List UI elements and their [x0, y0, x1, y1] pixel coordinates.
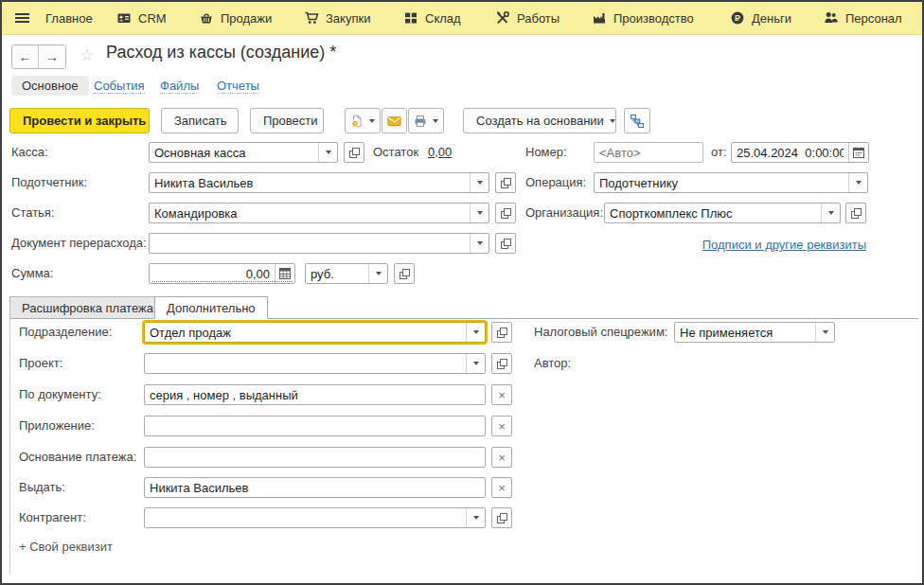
accountable-open-button[interactable] — [495, 172, 516, 193]
forward-button[interactable]: → — [39, 45, 65, 68]
create-based-on-label: Создать на основании — [476, 114, 604, 128]
tax-regime-combo[interactable] — [674, 322, 835, 343]
counterparty-dropdown-icon[interactable] — [466, 508, 485, 527]
kassa-combo[interactable] — [149, 142, 338, 163]
department-combo[interactable] — [144, 322, 486, 343]
posting-document-button[interactable] — [345, 108, 381, 133]
send-mail-button[interactable] — [382, 108, 407, 133]
by-document-clear-button[interactable]: × — [491, 384, 512, 405]
project-open-button[interactable] — [491, 353, 512, 374]
tax-regime-dropdown-icon[interactable] — [815, 323, 834, 342]
tax-regime-input[interactable] — [675, 323, 815, 342]
menubar-section-staff[interactable]: Персонал — [824, 2, 902, 34]
department-input[interactable] — [145, 323, 466, 342]
project-dropdown-icon[interactable] — [466, 354, 485, 373]
write-button[interactable]: Записать — [161, 108, 239, 133]
menubar-section-money[interactable]: Р Деньги — [730, 2, 791, 34]
by-document-input[interactable] — [144, 384, 486, 405]
tab-strip-divider — [9, 318, 918, 319]
date-label: от: — [711, 142, 727, 163]
tab-additional[interactable]: Дополнительно — [154, 296, 268, 319]
tab-main[interactable]: Основное — [11, 76, 89, 96]
menubar-section-purchases[interactable]: Закупки — [304, 2, 370, 34]
date-input[interactable] — [732, 143, 848, 162]
tab-reports[interactable]: Отчеты — [217, 79, 259, 94]
payment-basis-input[interactable] — [144, 447, 486, 468]
currency-dropdown-icon[interactable] — [368, 264, 387, 283]
favorite-star-icon[interactable]: ☆ — [80, 46, 94, 65]
menubar-section-production[interactable]: Производство — [592, 2, 694, 34]
counterparty-label: Контрагент: — [19, 507, 86, 528]
article-open-button[interactable] — [495, 203, 516, 223]
menubar-section-crm[interactable]: CRM — [116, 2, 167, 34]
open-icon — [497, 328, 507, 338]
counterparty-input[interactable] — [145, 508, 466, 527]
amount-input[interactable] — [150, 264, 275, 283]
date-calendar-button[interactable] — [848, 143, 868, 162]
signatures-and-details-link[interactable]: Подписи и другие реквизиты — [702, 238, 866, 252]
attachment-input[interactable] — [144, 416, 486, 436]
project-combo[interactable] — [144, 353, 486, 374]
organization-open-button[interactable] — [845, 203, 866, 223]
structure-of-subordination-button[interactable] — [624, 108, 650, 133]
operation-input[interactable] — [595, 173, 848, 192]
back-button[interactable]: ← — [12, 45, 39, 68]
menubar-section-label: Персонал — [845, 11, 902, 26]
article-dropdown-icon[interactable] — [470, 204, 489, 222]
balance-value-link[interactable]: 0,00 — [428, 142, 452, 163]
counterparty-open-button[interactable] — [491, 507, 512, 528]
issue-to-input[interactable] — [144, 477, 486, 498]
project-input[interactable] — [145, 354, 466, 373]
overspend-document-open-button[interactable] — [495, 233, 516, 254]
menubar-section-works[interactable]: Работы — [495, 2, 560, 34]
kassa-dropdown-icon[interactable] — [318, 143, 337, 162]
department-dropdown-icon[interactable] — [466, 323, 485, 342]
amount-calculator-button[interactable] — [275, 264, 294, 283]
menubar-section-label: Работы — [517, 11, 560, 26]
overspend-document-input[interactable] — [150, 234, 470, 253]
currency-combo[interactable] — [305, 263, 388, 284]
attachment-clear-button[interactable]: × — [491, 416, 512, 436]
operation-dropdown-icon[interactable] — [848, 173, 867, 192]
accountable-combo[interactable] — [149, 172, 489, 193]
department-open-button[interactable] — [491, 322, 512, 343]
tab-files[interactable]: Файлы — [160, 79, 199, 94]
kassa-open-button[interactable] — [344, 142, 364, 163]
kassa-input[interactable] — [150, 143, 318, 162]
article-combo[interactable] — [149, 203, 489, 223]
operation-combo[interactable] — [594, 172, 868, 193]
menubar-section-warehouse[interactable]: Склад — [403, 2, 461, 34]
basket-icon — [199, 10, 214, 26]
article-input[interactable] — [150, 204, 470, 222]
currency-input[interactable] — [306, 264, 368, 283]
post-button[interactable]: Провести — [250, 108, 324, 133]
hamburger-button[interactable] — [15, 2, 29, 34]
overspend-document-dropdown-icon[interactable] — [470, 234, 489, 253]
payment-basis-clear-button[interactable]: × — [491, 447, 512, 468]
number-input[interactable] — [594, 142, 703, 163]
open-icon — [349, 148, 360, 158]
counterparty-combo[interactable] — [144, 507, 486, 528]
accountable-dropdown-icon[interactable] — [470, 173, 489, 192]
custom-attribute-link[interactable]: + Свой реквизит — [19, 540, 113, 554]
tab-events[interactable]: События — [94, 79, 145, 94]
accountable-input[interactable] — [150, 173, 470, 192]
print-button[interactable] — [408, 108, 444, 133]
tab-payment-details[interactable]: Расшифровка платежа — [9, 296, 166, 318]
panel-left-border — [9, 318, 10, 574]
amount-field[interactable] — [149, 263, 295, 284]
organization-combo[interactable] — [604, 203, 841, 223]
tax-regime-label: Налоговый спецрежим: — [534, 322, 667, 343]
open-icon — [497, 359, 507, 369]
issue-to-clear-button[interactable]: × — [491, 477, 512, 498]
currency-open-button[interactable] — [394, 263, 415, 284]
post-and-close-button[interactable]: Провести и закрыть — [9, 108, 150, 133]
cart-icon — [304, 10, 319, 26]
organization-dropdown-icon[interactable] — [821, 204, 840, 222]
date-field[interactable] — [731, 142, 869, 163]
overspend-document-combo[interactable] — [149, 233, 489, 254]
create-based-on-button[interactable]: Создать на основании — [463, 108, 616, 133]
organization-input[interactable] — [605, 204, 821, 222]
menubar-section-main[interactable]: Главное — [45, 2, 93, 34]
menubar-section-sales[interactable]: Продажи — [199, 2, 272, 34]
